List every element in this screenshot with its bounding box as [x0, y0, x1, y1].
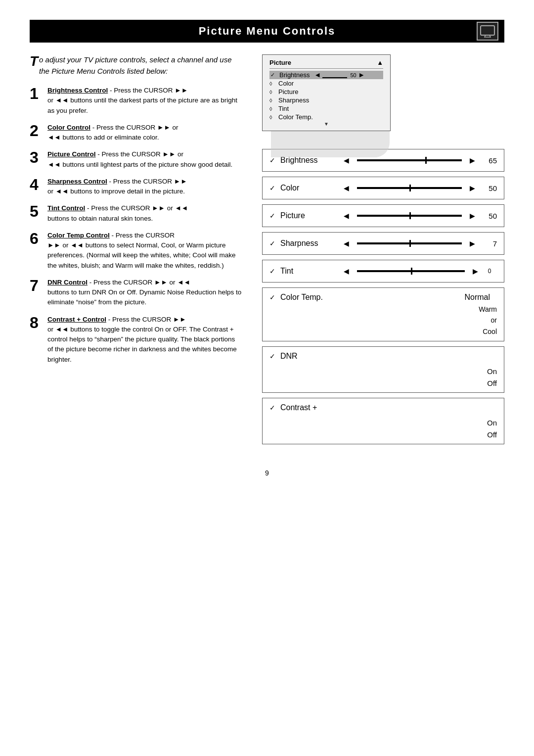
control-row-picture: ✓ Picture ◀ ▶ 50	[262, 204, 504, 227]
step-content: Picture Control - Press the CURSOR ►► or…	[47, 149, 232, 170]
step-body: or ◄◄ buttons to toggle the control On o…	[47, 326, 237, 363]
step-item: 8 Contrast + Control - Press the CURSOR …	[30, 315, 242, 365]
tv-icon	[477, 22, 498, 41]
drop-cap: T	[30, 54, 38, 68]
color-temp-warm: Warm	[479, 304, 497, 315]
step-body: ►► or ◄◄ buttons to select Normal, Cool,…	[47, 241, 235, 269]
step-item: 2 Color Control - Press the CURSOR ►► or…	[30, 123, 242, 143]
step-title-suffix: - Press the CURSOR ►► or ◄◄	[85, 204, 188, 212]
step-number: 8	[30, 315, 44, 331]
control-value: 65	[479, 156, 497, 165]
control-slider-track	[357, 242, 462, 244]
control-value: 50	[479, 184, 497, 192]
step-title: Tint Control	[47, 204, 85, 212]
mini-menu-value: 50	[350, 72, 356, 78]
step-item: 1 Brightness Control - Press the CURSOR …	[30, 86, 242, 116]
tint-arrow-right[interactable]: ▶	[473, 267, 478, 275]
control-value: 7	[479, 239, 497, 248]
contrast-off: Off	[487, 429, 497, 441]
step-title: Contrast + Control	[47, 316, 106, 323]
svg-rect-0	[481, 26, 494, 35]
mini-menu-row-label: Color Temp.	[278, 113, 313, 121]
step-body: or ◄◄ buttons to improve detail in the p…	[47, 188, 185, 195]
step-number: 1	[30, 86, 44, 101]
step-content: Tint Control - Press the CURSOR ►► or ◄◄…	[47, 203, 188, 224]
mini-menu-title-text: Picture	[269, 59, 291, 66]
step-title: Color Control	[47, 124, 90, 131]
step-title: Sharpness Control	[47, 178, 107, 185]
step-title-suffix: - Press the CURSOR ►► or	[90, 124, 178, 131]
left-column: To adjust your TV picture controls, sele…	[30, 54, 242, 449]
tint-check: ✓	[269, 267, 275, 275]
mini-menu-wrapper: Picture ▲ ✓Brightness◀ 50 ▶◊Color◊Pictur…	[262, 54, 504, 140]
mini-menu-check: ◊	[269, 114, 276, 120]
mini-menu-slider	[322, 77, 347, 78]
color-temp-value: Normal	[464, 293, 497, 302]
step-body: or ◄◄ buttons until the darkest parts of…	[47, 96, 237, 114]
step-content: DNR Control - Press the CURSOR ►► or ◄◄ …	[47, 278, 242, 308]
step-body: buttons to obtain natural skin tones.	[47, 215, 153, 222]
control-arrow-left[interactable]: ◀	[344, 239, 349, 247]
mini-menu-check: ◊	[269, 97, 276, 103]
color-temp-row: ✓ Color Temp. Normal Warm or Cool	[262, 287, 504, 341]
contrast-label: Contrast +	[280, 403, 340, 412]
step-title-suffix: - Press the CURSOR	[110, 232, 175, 239]
mini-menu-check: ◊	[269, 106, 276, 112]
mini-menu-row: ◊Color	[269, 79, 383, 88]
control-arrow-left[interactable]: ◀	[344, 156, 349, 164]
dnr-row: ✓ DNR On Off	[262, 346, 504, 393]
step-content: Contrast + Control - Press the CURSOR ►►…	[47, 315, 242, 365]
step-number: 2	[30, 123, 44, 139]
mini-menu-title: Picture ▲	[269, 59, 383, 69]
dnr-label: DNR	[280, 352, 340, 361]
mini-menu-check: ◊	[269, 81, 276, 87]
right-column: Picture ▲ ✓Brightness◀ 50 ▶◊Color◊Pictur…	[262, 54, 504, 449]
control-label: Sharpness	[280, 239, 340, 248]
step-title: Brightness Control	[47, 87, 108, 94]
dnr-main: ✓ DNR	[263, 347, 504, 366]
control-arrow-right[interactable]: ▶	[470, 212, 475, 220]
menu-scroll-down: ▼	[269, 121, 383, 127]
contrast-options: On Off	[263, 417, 504, 444]
step-body: ◄◄ buttons until lightest parts of the p…	[47, 161, 232, 168]
control-check: ✓	[269, 156, 275, 164]
step-title-suffix: - Press the CURSOR ►► or ◄◄	[88, 279, 190, 286]
contrast-main: ✓ Contrast +	[263, 398, 504, 417]
color-temp-label: Color Temp.	[280, 293, 340, 302]
control-label: Picture	[280, 211, 340, 220]
control-check: ✓	[269, 239, 275, 247]
color-temp-main: ✓ Color Temp. Normal	[263, 288, 504, 304]
page-title-bar: Picture Menu Controls	[30, 20, 504, 43]
mini-menu-up-arrow: ▲	[377, 59, 383, 66]
step-number: 4	[30, 177, 44, 192]
control-value: 50	[479, 212, 497, 220]
control-check: ✓	[269, 184, 275, 192]
step-number: 5	[30, 203, 44, 219]
control-slider-track	[357, 187, 462, 189]
mini-menu-row-label: Brightness	[279, 71, 310, 79]
mini-menu-row: ◊Color Temp.	[269, 113, 383, 121]
color-temp-or: or	[491, 315, 497, 326]
tint-value: 0	[488, 268, 491, 275]
step-content: Color Control - Press the CURSOR ►► or ◄…	[47, 123, 178, 143]
color-temp-cool: Cool	[483, 326, 497, 337]
control-arrow-left[interactable]: ◀	[344, 184, 349, 192]
step-title: DNR Control	[47, 279, 88, 286]
tint-arrow-left[interactable]: ◀	[344, 267, 349, 275]
dnr-off: Off	[487, 378, 497, 389]
contrast-check: ✓	[269, 404, 275, 412]
control-arrow-left[interactable]: ◀	[344, 212, 349, 220]
control-arrow-right[interactable]: ▶	[470, 156, 475, 164]
color-temp-check: ✓	[269, 293, 275, 301]
mini-menu-row: ◊Tint	[269, 104, 383, 113]
control-slider-track	[357, 215, 462, 217]
dnr-check: ✓	[269, 352, 275, 360]
control-arrow-right[interactable]: ▶	[470, 239, 475, 247]
mini-menu-row-label: Tint	[278, 105, 289, 112]
control-check: ✓	[269, 212, 275, 220]
mini-menu-row-label: Color	[278, 80, 294, 87]
control-arrow-right[interactable]: ▶	[470, 184, 475, 192]
step-content: Brightness Control - Press the CURSOR ►►…	[47, 86, 242, 116]
step-title: Picture Control	[47, 150, 96, 158]
contrast-plus-row: ✓ Contrast + On Off	[262, 398, 504, 444]
